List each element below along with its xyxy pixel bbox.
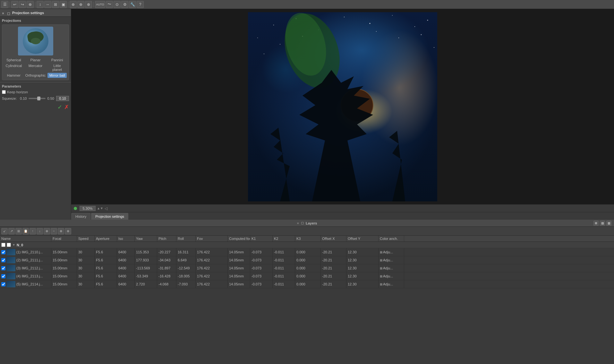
layers-header: × ◻ Layers ⊞ ▤ ▥ <box>0 220 614 227</box>
layers-tool-plus[interactable]: ⊕ <box>44 228 50 234</box>
layer-pitch: -16.428 <box>157 272 176 280</box>
target-button[interactable]: ⊙ <box>114 1 121 8</box>
col-yaw[interactable]: Yaw <box>135 236 157 241</box>
layer-visible-checkbox[interactable] <box>1 274 5 278</box>
col-color-anchor[interactable]: Color anch. <box>379 236 404 241</box>
layers-tool-minus[interactable]: − <box>51 228 57 234</box>
projection-little-planet[interactable]: Little planet <box>47 63 67 72</box>
menu-button[interactable]: ☰ <box>1 1 8 8</box>
col-k3[interactable]: K3 <box>295 236 321 241</box>
table-row[interactable]: (5) IMG_2114.j... 15.00mm30F5.664002.720… <box>0 280 614 288</box>
layer-visible-checkbox[interactable] <box>1 266 5 270</box>
layer-roll: -7.093 <box>176 280 196 288</box>
layers-view-btn2[interactable]: ▤ <box>600 221 605 226</box>
select-button[interactable]: ▣ <box>60 1 67 8</box>
redo-button[interactable]: ↪ <box>19 1 26 8</box>
layer-focal: 15.00mm <box>51 264 77 272</box>
col-offset-y[interactable]: Offset Y <box>346 236 379 241</box>
layers-tool-down[interactable]: ↓ <box>37 228 43 234</box>
zoom-input[interactable] <box>80 206 96 211</box>
projection-planar[interactable]: Planar <box>24 57 47 63</box>
col-speed[interactable]: Speed <box>77 236 95 241</box>
wrench-button[interactable]: 🔧 <box>129 1 136 8</box>
layer-visible-checkbox[interactable] <box>1 250 5 254</box>
panel-close-button[interactable]: × <box>2 11 5 14</box>
help-button[interactable]: ? <box>137 1 144 8</box>
layer-roll: 16.311 <box>176 248 196 256</box>
tab-history[interactable]: History <box>71 213 90 220</box>
layers-tool-grid[interactable]: ⊞ <box>15 228 22 234</box>
table-row[interactable]: (2) IMG_2111.j... 15.00mm30F5.66400177.9… <box>0 256 614 264</box>
tool3-button[interactable]: ⊕ <box>27 1 34 8</box>
layers-tool-add[interactable]: ↙ <box>1 228 8 234</box>
layer-k3: 0.000 <box>295 272 321 280</box>
squeeze-slider[interactable] <box>29 98 45 99</box>
projection-pannini[interactable]: Pannini <box>47 57 67 63</box>
ctrl-point2-button[interactable]: ⊕ <box>77 1 84 8</box>
wave-button[interactable]: 〜 <box>106 1 113 8</box>
col-k1[interactable]: K1 <box>250 236 273 241</box>
move-button[interactable]: ↕ <box>37 1 44 8</box>
col-focal[interactable]: Focal <box>51 236 77 241</box>
col-k2[interactable]: K2 <box>273 236 295 241</box>
layers-panel: × ◻ Layers ⊞ ▤ ▥ ↙ ↗ ⊞ 📋 ↑ ↓ ⊕ − ⊕ ⊕ Nam… <box>0 220 614 364</box>
undo-button[interactable]: ↩ <box>11 1 18 8</box>
ctrl-point-button[interactable]: ⊕ <box>70 1 77 8</box>
layer-speed: 30 <box>77 264 95 272</box>
layers-view-btn3[interactable]: ▥ <box>606 221 611 226</box>
layers-tool-extra2[interactable]: ⊕ <box>65 228 71 234</box>
layer-visible-checkbox[interactable] <box>1 282 5 286</box>
svg-point-13 <box>398 38 399 38</box>
layers-toolbar: ↙ ↗ ⊞ 📋 ↑ ↓ ⊕ − ⊕ ⊕ <box>0 227 614 236</box>
projection-hammer[interactable]: Hammer <box>4 73 23 78</box>
table-row[interactable]: (4) IMG_2113.j... 15.00mm30F5.66400-53.3… <box>0 272 614 280</box>
col-computed-focal[interactable]: Computed focal <box>228 236 250 241</box>
layer-computed-focal: 14.05mm <box>228 272 250 280</box>
col-roll[interactable]: Roll <box>176 236 196 241</box>
group-expand-icon[interactable]: ▼ <box>12 243 15 247</box>
cancel-button[interactable]: ✗ <box>64 104 69 111</box>
col-aperture[interactable]: Aperture <box>95 236 117 241</box>
float-layers-button[interactable]: ◻ <box>301 221 304 225</box>
close-layers-button[interactable]: × <box>297 221 299 225</box>
layers-tool-up[interactable]: ↑ <box>30 228 36 234</box>
col-iso[interactable]: Iso <box>117 236 135 241</box>
layer-name-text: (5) IMG_2114.j... <box>16 282 43 286</box>
auto-button[interactable]: AUTO <box>95 1 105 8</box>
projection-spherical[interactable]: Spherical <box>4 57 23 63</box>
layer-k3: 0.000 <box>295 264 321 272</box>
layers-tool-copy[interactable]: 📋 <box>22 228 29 234</box>
layers-tool-extra1[interactable]: ⊕ <box>58 228 64 234</box>
keep-horizon-checkbox[interactable] <box>2 90 6 94</box>
grid-button[interactable]: ⊞ <box>52 1 59 8</box>
col-offset-x[interactable]: Offset X <box>321 236 346 241</box>
squeeze-input[interactable] <box>56 96 69 101</box>
transform-button[interactable]: ⊕ <box>85 1 92 8</box>
settings-button[interactable]: ⚙ <box>121 1 128 8</box>
table-row[interactable]: (1) IMG_2110.j... 15.00mm30F5.66400115.3… <box>0 248 614 256</box>
layer-speed: 30 <box>77 256 95 264</box>
layers-tool-remove[interactable]: ↗ <box>8 228 15 234</box>
col-pitch[interactable]: Pitch <box>157 236 176 241</box>
layers-view-btn1[interactable]: ⊞ <box>593 221 599 226</box>
projection-mercator[interactable]: Mercator <box>24 63 47 72</box>
panel-float-button[interactable]: ◻ <box>7 11 10 14</box>
zoom-nav[interactable]: ◁ <box>105 206 107 211</box>
group-visible-checkbox[interactable] <box>1 243 5 247</box>
tab-projection-settings[interactable]: Projection settings <box>91 213 128 220</box>
projection-orthographic[interactable]: Orthographic <box>24 73 47 78</box>
group-lock-checkbox[interactable] <box>7 243 11 247</box>
col-fov[interactable]: Fov <box>196 236 228 241</box>
table-row[interactable]: (3) IMG_2112.j... 15.00mm30F5.66400-113.… <box>0 264 614 272</box>
projection-mirror-ball[interactable]: Mirror ball <box>47 73 67 78</box>
ok-button[interactable]: ✓ <box>57 104 62 111</box>
layer-visible-checkbox[interactable] <box>1 258 5 262</box>
layer-yaw: 177.933 <box>135 256 157 264</box>
zoom-control[interactable]: ▲▼ ◁ <box>80 206 107 211</box>
preview-canvas[interactable] <box>71 9 614 204</box>
layer-iso: 6400 <box>117 272 135 280</box>
pan-button[interactable]: ↔ <box>44 1 51 8</box>
zoom-arrows[interactable]: ▲▼ <box>97 207 103 210</box>
projection-cylindrical[interactable]: Cylindrical <box>4 63 23 72</box>
col-name[interactable]: Name <box>0 236 51 241</box>
